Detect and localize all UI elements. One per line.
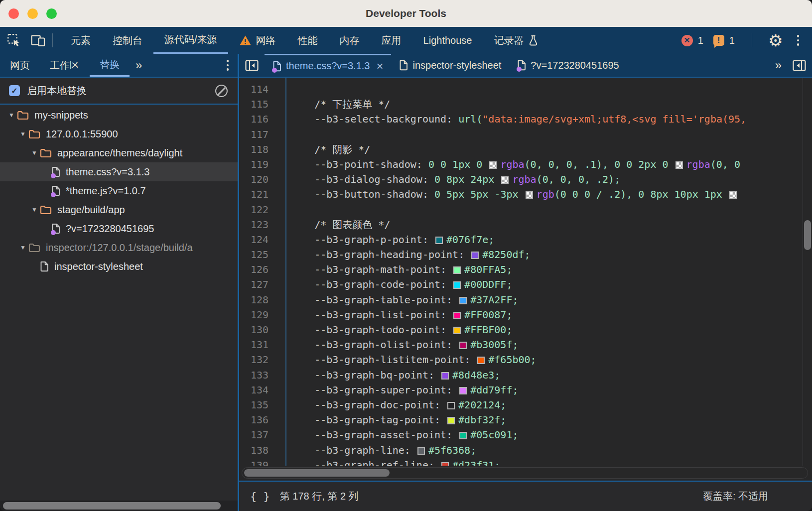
expand-triangle-icon[interactable]: ▼: [29, 206, 40, 213]
more-navigator-tabs-chevron[interactable]: »: [130, 54, 147, 77]
settings-gear-icon[interactable]: ⚙: [764, 32, 787, 49]
line-number-115[interactable]: 115: [239, 97, 269, 112]
code-line-115[interactable]: /* 下拉菜单 */: [290, 97, 812, 112]
code-line-121[interactable]: --b3-button-shadow: 0 5px 5px -3px rgb(0…: [290, 187, 812, 202]
error-badge-icon[interactable]: ✕: [681, 35, 693, 46]
more-options-kebab-icon[interactable]: [792, 35, 805, 46]
navigator-tab-overrides[interactable]: 替换: [90, 54, 130, 77]
toggle-debugger-panel-icon[interactable]: [787, 54, 812, 77]
editor-hscrollbar-track[interactable]: [242, 467, 808, 479]
code-line-118[interactable]: /* 阴影 */: [290, 142, 812, 157]
line-number-123[interactable]: 123: [239, 217, 269, 232]
tree-item-1[interactable]: ▼127.0.0.1:55900: [0, 125, 238, 143]
expand-triangle-icon[interactable]: ▼: [17, 244, 28, 251]
line-number-119[interactable]: 119: [239, 157, 269, 172]
sidebar-hscrollbar-thumb[interactable]: [3, 502, 221, 510]
line-number-122[interactable]: 122: [239, 202, 269, 217]
panel-tab-recorder[interactable]: 记录器: [483, 27, 549, 54]
line-number-134[interactable]: 134: [239, 383, 269, 397]
more-editor-tabs-chevron[interactable]: »: [769, 54, 787, 77]
pretty-print-icon[interactable]: { }: [250, 490, 270, 503]
line-number-132[interactable]: 132: [239, 352, 269, 367]
panel-tab-memory[interactable]: 内存: [329, 27, 371, 54]
code-line-122[interactable]: [290, 202, 812, 217]
line-number-121[interactable]: 121: [239, 187, 269, 202]
code-line-123[interactable]: /* 图表颜色 */: [290, 217, 812, 232]
warning-count[interactable]: 1: [729, 35, 735, 46]
line-number-129[interactable]: 129: [239, 307, 269, 322]
color-swatch[interactable]: [453, 281, 461, 289]
color-swatch[interactable]: [489, 161, 497, 169]
color-swatch[interactable]: [676, 161, 683, 169]
line-number-126[interactable]: 126: [239, 262, 269, 277]
line-number-118[interactable]: 118: [239, 142, 269, 157]
expand-triangle-icon[interactable]: ▼: [17, 130, 28, 137]
navigator-tab-workspace[interactable]: 工作区: [40, 54, 90, 77]
code-line-136[interactable]: --b3-graph-tag-point: #dbf32f;: [290, 412, 812, 427]
code-line-114[interactable]: [290, 82, 812, 97]
panel-tab-network[interactable]: 网络: [228, 27, 287, 54]
tree-item-6[interactable]: ?v=1723280451695: [0, 219, 238, 238]
line-number-120[interactable]: 120: [239, 172, 269, 187]
enable-overrides-checkbox[interactable]: ✓: [9, 85, 20, 96]
tree-item-4[interactable]: *theme.js?v=1.0.7: [0, 181, 238, 200]
color-swatch[interactable]: [729, 191, 737, 199]
code-line-124[interactable]: --b3-graph-p-point: #076f7e;: [290, 232, 812, 247]
color-swatch[interactable]: [453, 327, 461, 334]
code-line-127[interactable]: --b3-graph-code-point: #00DDFF;: [290, 277, 812, 292]
color-swatch[interactable]: [501, 176, 509, 184]
line-number-135[interactable]: 135: [239, 397, 269, 412]
code-line-128[interactable]: --b3-graph-table-point: #37A2FF;: [290, 292, 812, 307]
line-number-128[interactable]: 128: [239, 292, 269, 307]
color-swatch[interactable]: [453, 312, 461, 319]
expand-triangle-icon[interactable]: ▼: [6, 112, 17, 119]
toggle-navigator-panel-icon[interactable]: [239, 54, 265, 77]
panel-tab-console[interactable]: 控制台: [102, 27, 153, 54]
code-line-137[interactable]: --b3-graph-asset-point: #05c091;: [290, 427, 812, 442]
code-line-119[interactable]: --b3-point-shadow: 0 0 1px 0 rgba(0, 0, …: [290, 157, 812, 172]
code-line-116[interactable]: --b3-select-background: url("data:image/…: [290, 112, 812, 127]
close-window-button[interactable]: [8, 8, 19, 19]
panel-tab-lighthouse[interactable]: Lighthouse: [412, 27, 483, 54]
tree-item-8[interactable]: inspector-stylesheet: [0, 257, 238, 276]
color-swatch[interactable]: [417, 447, 425, 455]
code-line-130[interactable]: --b3-graph-todo-point: #FFBF00;: [290, 322, 812, 337]
code-line-139[interactable]: --b3-graph-ref-line: #d23f31;: [290, 458, 812, 466]
error-count[interactable]: 1: [698, 35, 703, 46]
line-number-114[interactable]: 114: [239, 82, 269, 97]
line-number-124[interactable]: 124: [239, 232, 269, 247]
editor-hscrollbar-thumb[interactable]: [244, 469, 390, 477]
navigator-kebab-icon[interactable]: [222, 60, 234, 71]
color-swatch[interactable]: [526, 191, 533, 199]
minimize-window-button[interactable]: [27, 8, 38, 19]
tree-item-5[interactable]: ▼stage/build/app: [0, 200, 238, 219]
navigator-tab-page[interactable]: 网页: [0, 54, 40, 77]
tree-item-3[interactable]: theme.css?v=3.1.3: [0, 162, 238, 181]
line-number-133[interactable]: 133: [239, 368, 269, 383]
tree-item-0[interactable]: ▼my-snippets: [0, 106, 238, 125]
line-number-117[interactable]: 117: [239, 127, 269, 142]
color-swatch[interactable]: [447, 417, 455, 424]
code-line-138[interactable]: --b3-graph-line: #5f6368;: [290, 443, 812, 458]
panel-tab-performance[interactable]: 性能: [287, 27, 329, 54]
color-swatch[interactable]: [435, 237, 443, 244]
color-swatch[interactable]: [459, 342, 467, 349]
code-line-126[interactable]: --b3-graph-math-point: #80FFA5;: [290, 262, 812, 277]
color-swatch[interactable]: [453, 266, 461, 274]
code-content[interactable]: /* 下拉菜单 */ --b3-select-background: url("…: [286, 78, 812, 466]
close-tab-icon[interactable]: ×: [376, 59, 383, 73]
line-number-131[interactable]: 131: [239, 337, 269, 352]
color-swatch[interactable]: [441, 372, 449, 380]
line-number-137[interactable]: 137: [239, 427, 269, 442]
editor-tab-inspector-stylesheet[interactable]: inspector-stylesheet: [391, 54, 509, 77]
code-line-132[interactable]: --b3-graph-listitem-point: #f65b00;: [290, 352, 812, 367]
editor-tab-v-1723280451695[interactable]: ?v=1723280451695: [509, 54, 627, 77]
editor-vscrollbar-thumb[interactable]: [804, 220, 811, 250]
line-number-130[interactable]: 130: [239, 322, 269, 337]
color-swatch[interactable]: [459, 432, 467, 439]
code-line-131[interactable]: --b3-graph-olist-point: #b3005f;: [290, 337, 812, 352]
panel-tab-elements[interactable]: 元素: [60, 27, 102, 54]
color-swatch[interactable]: [441, 462, 449, 466]
line-number-gutter[interactable]: 1141151161171181191201211221231241251261…: [239, 78, 286, 466]
code-line-120[interactable]: --b3-dialog-shadow: 0 8px 24px rgba(0, 0…: [290, 172, 812, 187]
